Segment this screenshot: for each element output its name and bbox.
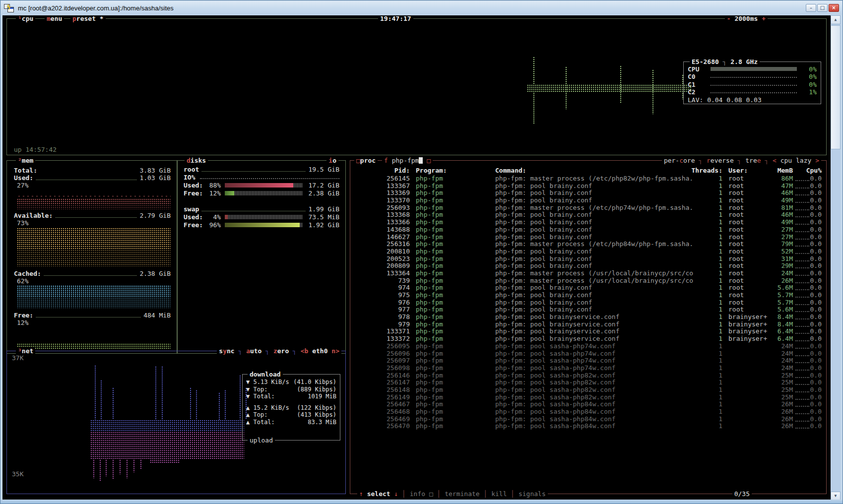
- proc-row[interactable]: 256093php-fpmphp-fpm: master process (/e…: [350, 204, 826, 211]
- info-button[interactable]: info □: [410, 490, 433, 498]
- proc-row[interactable]: 256316php-fpmphp-fpm: master process (/e…: [350, 240, 826, 248]
- proc-cell-cpu-graph: [795, 213, 809, 217]
- scrollbar-thumb[interactable]: [831, 25, 841, 149]
- proc-row[interactable]: 979php-fpmphp-fpm: pool brainyservice.co…: [350, 320, 826, 328]
- column-header-program[interactable]: Program:: [416, 167, 494, 174]
- proc-cell-pid: 200809: [352, 262, 410, 269]
- net-graph: [90, 356, 249, 484]
- proc-row[interactable]: 974php-fpmphp-fpm: pool brainy.conf1root…: [350, 284, 826, 291]
- select-down-icon[interactable]: ↓: [394, 490, 398, 498]
- select-up-icon[interactable]: ↑: [359, 490, 363, 498]
- mem-used-graph: [17, 198, 171, 209]
- proc-row[interactable]: 975php-fpmphp-fpm: pool brainy.conf1root…: [350, 291, 826, 299]
- proc-cell-pid: 976: [352, 299, 410, 306]
- proc-row[interactable]: 977php-fpmphp-fpm: pool brainy.conf1root…: [350, 306, 826, 313]
- proc-row[interactable]: 143688php-fpmphp-fpm: pool brainy.conf1r…: [350, 226, 826, 233]
- proc-row[interactable]: 200523php-fpmphp-fpm: pool brainy.conf1r…: [350, 255, 826, 262]
- interval-minus-button[interactable]: -: [727, 15, 731, 22]
- per-core-toggle[interactable]: per-core: [664, 157, 695, 164]
- sort-prev-button[interactable]: <: [773, 157, 777, 164]
- proc-cell-threads: 1: [678, 357, 722, 364]
- proc-row[interactable]: 133368php-fpmphp-fpm: pool brainy.conf1r…: [350, 211, 826, 218]
- sort-next-button[interactable]: >: [815, 157, 819, 164]
- proc-row[interactable]: 133369php-fpmphp-fpm: pool brainy.conf1r…: [350, 189, 826, 196]
- zero-toggle[interactable]: zero: [273, 347, 289, 355]
- disk-swap-row: swap1.99 GiB: [184, 205, 339, 213]
- disks-box-title[interactable]: disks: [185, 157, 208, 164]
- proc-row[interactable]: 200809php-fpmphp-fpm: pool brainy.conf1r…: [350, 262, 826, 269]
- proc-row[interactable]: 739php-fpmphp-fpm: master process (/usr/…: [350, 277, 826, 284]
- reverse-toggle[interactable]: reverse: [707, 157, 734, 164]
- sync-toggle[interactable]: sync: [219, 347, 234, 355]
- proc-box-title[interactable]: □proc: [354, 157, 378, 164]
- proc-row[interactable]: 256097php-fpmphp-fpm: pool sasha-php74w.…: [350, 357, 826, 364]
- process-filter-input[interactable]: f php-fpm □: [382, 157, 433, 164]
- proc-row[interactable]: 133364php-fpmphp-fpm: master process (/u…: [350, 269, 826, 277]
- interval-plus-button[interactable]: +: [762, 15, 766, 22]
- scroll-up-icon[interactable]: ▲: [831, 15, 841, 24]
- column-header-mem[interactable]: MemB: [747, 167, 793, 174]
- proc-row[interactable]: 976php-fpmphp-fpm: pool brainy.conf1root…: [350, 299, 826, 306]
- proc-cell-pid: 133372: [352, 335, 410, 342]
- iface-next-button[interactable]: n>: [331, 347, 339, 355]
- proc-row[interactable]: 133366php-fpmphp-fpm: pool brainy.conf1r…: [350, 218, 826, 226]
- proc-cell-mem: 5.7M: [747, 299, 793, 306]
- proc-row[interactable]: 978php-fpmphp-fpm: pool brainyservice.co…: [350, 313, 826, 320]
- proc-row[interactable]: 200810php-fpmphp-fpm: pool brainy.conf1r…: [350, 248, 826, 255]
- proc-cell-program: php-fpm: [416, 204, 494, 211]
- proc-cell-threads: 1: [678, 277, 722, 284]
- auto-toggle[interactable]: auto: [246, 347, 261, 355]
- tree-toggle[interactable]: tree: [745, 157, 761, 164]
- cpu-box-title[interactable]: ¹cpu: [16, 15, 35, 22]
- proc-row[interactable]: 256095php-fpmphp-fpm: pool sasha-php74w.…: [350, 342, 826, 350]
- proc-row[interactable]: 133367php-fpmphp-fpm: pool brainy.conf1r…: [350, 182, 826, 189]
- proc-cell-pid: 974: [352, 284, 410, 291]
- proc-row[interactable]: 256146php-fpmphp-fpm: pool sasha-php82w.…: [350, 372, 826, 379]
- proc-row[interactable]: 133371php-fpmphp-fpm: pool brainyservice…: [350, 327, 826, 335]
- proc-row[interactable]: 133372php-fpmphp-fpm: pool brainyservice…: [350, 335, 826, 342]
- mem-box-title[interactable]: ²mem: [16, 157, 35, 164]
- proc-row[interactable]: 256147php-fpmphp-fpm: pool sasha-php82w.…: [350, 378, 826, 386]
- kill-button[interactable]: kill: [491, 490, 507, 498]
- proc-row[interactable]: 256468php-fpmphp-fpm: pool sasha-php84w.…: [350, 408, 826, 415]
- proc-row[interactable]: 256149php-fpmphp-fpm: pool sasha-php82w.…: [350, 393, 826, 401]
- scrollbar[interactable]: ▲ ▼: [831, 15, 841, 501]
- terminate-button[interactable]: terminate: [445, 490, 479, 498]
- proc-row[interactable]: 256096php-fpmphp-fpm: pool sasha-php74w.…: [350, 350, 826, 357]
- preset-button[interactable]: preset *: [70, 15, 106, 22]
- select-button[interactable]: select: [367, 490, 390, 498]
- iface-prev-button[interactable]: <b: [301, 347, 309, 355]
- minimize-button[interactable]: –: [806, 4, 816, 12]
- column-header-cpu[interactable]: Cpu%: [797, 167, 822, 174]
- close-button[interactable]: ×: [829, 4, 839, 12]
- selection-count: 0/35: [732, 490, 752, 498]
- column-header-threads[interactable]: Threads:: [678, 167, 722, 174]
- proc-row[interactable]: 146627php-fpmphp-fpm: pool brainy.conf1r…: [350, 233, 826, 241]
- proc-row[interactable]: 133370php-fpmphp-fpm: pool brainy.conf1r…: [350, 196, 826, 204]
- proc-cell-pid: 256096: [352, 350, 410, 357]
- sort-selection[interactable]: cpu lazy: [780, 157, 812, 164]
- net-box-title[interactable]: ³net: [16, 347, 35, 355]
- cpu-info-box: E5-2680 ┐ 2.8 GHz CPU 0% C0 0% C1 0%: [683, 62, 821, 104]
- update-interval: - 2000ms +: [725, 15, 768, 22]
- io-toggle[interactable]: io: [326, 157, 338, 164]
- proc-row[interactable]: 256098php-fpmphp-fpm: pool sasha-php74w.…: [350, 364, 826, 372]
- proc-cell-pid: 256097: [352, 357, 410, 364]
- menu-button[interactable]: menu: [45, 15, 64, 22]
- column-header-pid[interactable]: Pid:: [352, 167, 410, 174]
- filter-clear-button[interactable]: □: [427, 157, 431, 164]
- proc-cell-program: php-fpm: [416, 299, 494, 306]
- proc-cell-pid: 133371: [352, 327, 410, 335]
- proc-row[interactable]: 256469php-fpmphp-fpm: pool sasha-php84w.…: [350, 415, 826, 423]
- proc-row[interactable]: 256148php-fpmphp-fpm: pool sasha-php82w.…: [350, 386, 826, 393]
- graph-segment: [652, 69, 654, 114]
- load-average: LAV: 0.04 0.08 0.03: [684, 96, 821, 104]
- proc-cell-program: php-fpm: [416, 393, 494, 401]
- proc-row[interactable]: 256467php-fpmphp-fpm: pool sasha-php84w.…: [350, 400, 826, 408]
- app-window: ϟ mc [root@a202.itdeveloper.com.ua]:/hom…: [0, 0, 843, 504]
- proc-row[interactable]: 256145php-fpmphp-fpm: master process (/e…: [350, 175, 826, 182]
- maximize-button[interactable]: □: [817, 4, 828, 12]
- proc-row[interactable]: 256470php-fpmphp-fpm: pool sasha-php84w.…: [350, 422, 826, 430]
- titlebar[interactable]: ϟ mc [root@a202.itdeveloper.com.ua]:/hom…: [1, 1, 842, 15]
- signals-button[interactable]: signals: [519, 490, 546, 498]
